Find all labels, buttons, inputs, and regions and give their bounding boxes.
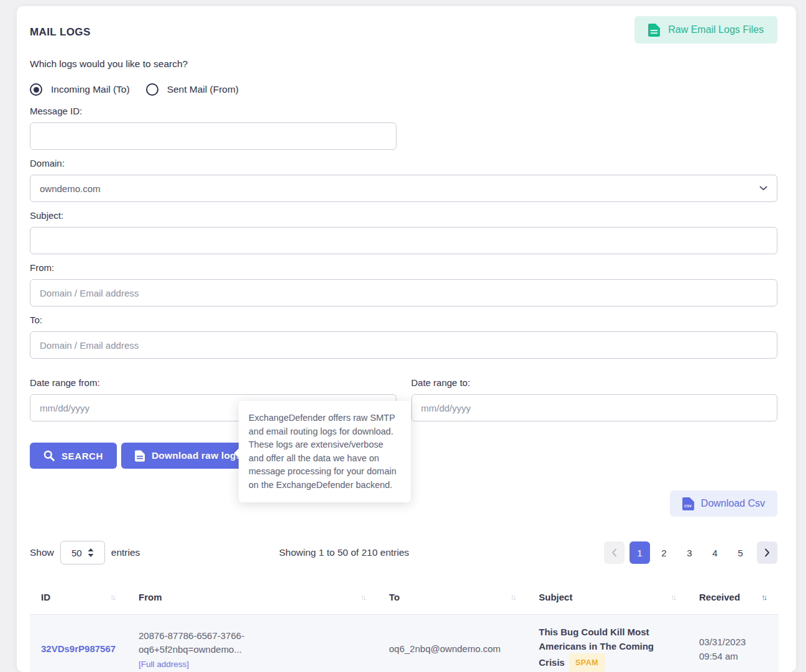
download-raw-logs-label: Download raw logs <box>152 450 242 461</box>
subject-input[interactable] <box>30 227 777 254</box>
cell-from: 20876-87786-6567-3766-oq6+5f2nbq=owndemo… <box>127 615 378 672</box>
radio-selected-icon[interactable] <box>30 83 42 96</box>
table-header-row: ID From To Subject Received <box>30 580 779 615</box>
svg-text:CSV: CSV <box>684 504 692 508</box>
sort-icon[interactable] <box>360 592 367 602</box>
search-button-label: SEARCH <box>62 451 103 461</box>
page-size-select[interactable]: 50 <box>60 541 105 564</box>
raw-logs-tooltip: ExchangeDefender offers raw SMTP and ema… <box>239 401 411 502</box>
pagination: 1 2 3 4 5 <box>604 541 777 564</box>
page-size-value: 50 <box>71 548 82 558</box>
sort-icon[interactable] <box>761 592 767 602</box>
page-button-2[interactable]: 2 <box>653 541 675 564</box>
sort-icon[interactable] <box>110 592 116 602</box>
next-page-button[interactable] <box>757 541 777 564</box>
received-datetime: 03/31/2023 09:54 am <box>699 635 759 663</box>
mail-logs-card: MAIL LOGS Raw Email Logs Files Which log… <box>17 6 796 672</box>
log-type-radio-group: Incoming Mail (To) Sent Mail (From) <box>30 83 777 96</box>
from-address: 20876-87786-6567-3766-oq6+5f2nbq=owndemo… <box>139 629 266 656</box>
radio-incoming-mail[interactable]: Incoming Mail (To) <box>30 83 130 96</box>
table-controls: Show 50 entries Showing 1 to 50 of 210 e… <box>30 541 777 564</box>
message-id-input[interactable] <box>30 122 396 150</box>
page-button-3[interactable]: 3 <box>678 541 701 564</box>
message-id-label: Message ID: <box>30 106 777 116</box>
column-header-from[interactable]: From <box>127 580 378 615</box>
download-csv-button[interactable]: CSV Download Csv <box>670 490 777 517</box>
radio-sent-label: Sent Mail (From) <box>167 84 239 95</box>
to-address: oq6_2nbq@owndemo.com <box>389 643 501 654</box>
date-from-label: Date range from: <box>30 377 396 388</box>
raw-email-logs-files-label: Raw Email Logs Files <box>668 24 764 35</box>
cell-received: 03/31/2023 09:54 am <box>688 615 779 672</box>
download-raw-logs-button[interactable]: Download raw logs <box>121 443 255 469</box>
page-button-1[interactable]: 1 <box>630 541 650 564</box>
radio-sent-mail[interactable]: Sent Mail (From) <box>146 83 239 96</box>
from-input[interactable] <box>30 279 777 306</box>
prev-page-button[interactable] <box>604 541 625 564</box>
to-input[interactable] <box>30 331 777 359</box>
date-to-label: Date range to: <box>411 377 778 388</box>
cell-subject: This Bug Could Kill Most Americans in Th… <box>528 615 688 672</box>
mail-logs-table: ID From To Subject Received 32VDs9rP9875… <box>30 580 779 672</box>
spam-badge: SPAM <box>569 653 605 672</box>
show-label: Show <box>30 547 54 558</box>
page-button-5[interactable]: 5 <box>729 541 752 564</box>
message-id-link[interactable]: 32VDs9rP987567 <box>41 643 116 654</box>
column-header-subject[interactable]: Subject <box>528 580 688 615</box>
sort-icon[interactable] <box>671 592 677 602</box>
sort-icon[interactable] <box>510 592 516 602</box>
show-entries-group: Show 50 entries <box>30 541 140 564</box>
raw-email-logs-files-button[interactable]: Raw Email Logs Files <box>634 16 777 44</box>
column-header-to[interactable]: To <box>378 580 528 615</box>
date-to-input[interactable] <box>411 394 778 421</box>
domain-select-value: owndemo.com <box>40 183 101 194</box>
radio-unselected-icon[interactable] <box>146 83 158 96</box>
search-question: Which logs would you like to search? <box>30 58 777 70</box>
chevron-right-icon <box>764 548 770 557</box>
domain-label: Domain: <box>30 158 777 168</box>
cell-to: oq6_2nbq@owndemo.com <box>378 615 528 672</box>
from-label: From: <box>30 262 777 273</box>
page-button-4[interactable]: 4 <box>703 541 726 564</box>
file-text-icon <box>648 24 660 37</box>
file-csv-icon: CSV <box>682 497 694 510</box>
showing-info: Showing 1 to 50 of 210 entries <box>140 547 604 558</box>
up-down-triangles-icon <box>88 548 94 557</box>
file-text-icon <box>135 450 145 462</box>
search-button[interactable]: SEARCH <box>30 443 117 469</box>
cell-id: 32VDs9rP987567 <box>30 615 127 672</box>
magnifier-icon <box>44 450 55 461</box>
full-address-link[interactable]: [Full address] <box>139 660 189 669</box>
to-label: To: <box>30 315 777 325</box>
column-header-received[interactable]: Received <box>688 580 779 615</box>
download-csv-label: Download Csv <box>701 498 765 509</box>
entries-label: entries <box>111 547 140 558</box>
page-title: MAIL LOGS <box>30 16 91 39</box>
table-row: 32VDs9rP987567 20876-87786-6567-3766-oq6… <box>30 615 779 672</box>
subject-label: Subject: <box>30 210 777 221</box>
domain-select[interactable]: owndemo.com <box>30 175 777 202</box>
chevron-down-icon <box>759 186 767 191</box>
column-header-id[interactable]: ID <box>30 580 127 615</box>
card-header: MAIL LOGS Raw Email Logs Files <box>30 16 777 44</box>
radio-incoming-label: Incoming Mail (To) <box>51 84 130 95</box>
chevron-left-icon <box>611 548 617 557</box>
